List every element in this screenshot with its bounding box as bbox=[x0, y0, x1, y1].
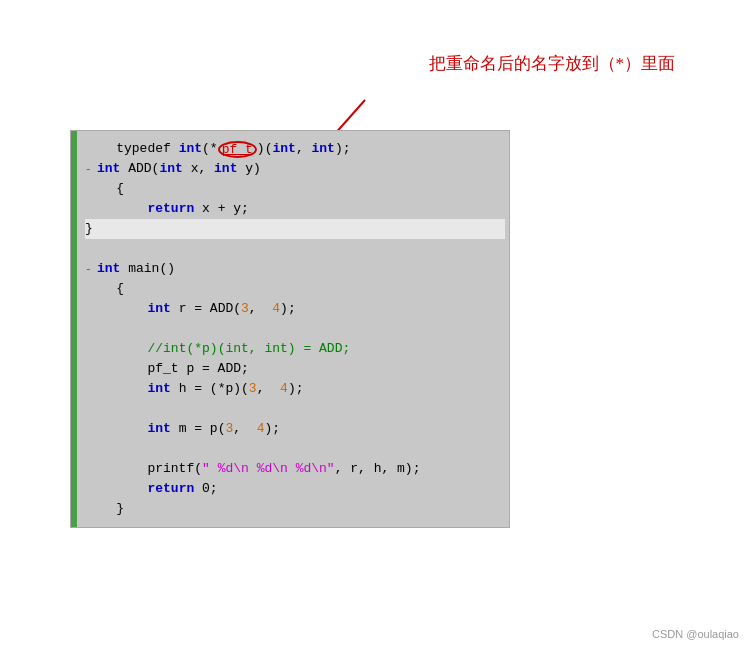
code-line-typedef: typedef int(*pf_t)(int, int); bbox=[85, 139, 505, 159]
code-line-gap1 bbox=[85, 239, 505, 259]
code-line-int-r: int r = ADD(3, 4); bbox=[85, 299, 505, 319]
code-line-main-decl: -int main() bbox=[85, 259, 505, 279]
code-line-gap4 bbox=[85, 439, 505, 459]
code-line-open-brace1: { bbox=[85, 179, 505, 199]
code-line-return0: return 0; bbox=[85, 479, 505, 499]
code-line-close-brace2: } bbox=[85, 499, 505, 519]
code-line-open-brace2: { bbox=[85, 279, 505, 299]
code-line-int-m: int m = p(3, 4); bbox=[85, 419, 505, 439]
code-line-comment: //int(*p)(int, int) = ADD; bbox=[85, 339, 505, 359]
code-line-gap3 bbox=[85, 399, 505, 419]
watermark: CSDN @oulaqiao bbox=[652, 628, 739, 640]
code-line-pf_t: pf_t p = ADD; bbox=[85, 359, 505, 379]
code-editor: typedef int(*pf_t)(int, int); -int ADD(i… bbox=[70, 130, 510, 528]
code-line-int-h: int h = (*p)(3, 4); bbox=[85, 379, 505, 399]
code-line-gap2 bbox=[85, 319, 505, 339]
annotation-label: 把重命名后的名字放到（*）里面 bbox=[429, 52, 676, 75]
code-line-close-brace1: } bbox=[85, 219, 505, 239]
pf_t-highlight: pf_t bbox=[218, 141, 257, 158]
code-line-printf: printf(" %d\n %d\n %d\n", r, h, m); bbox=[85, 459, 505, 479]
code-line-add-decl: -int ADD(int x, int y) bbox=[85, 159, 505, 179]
code-content: typedef int(*pf_t)(int, int); -int ADD(i… bbox=[77, 131, 509, 527]
code-line-return-xy: return x + y; bbox=[85, 199, 505, 219]
green-sidebar bbox=[71, 131, 77, 527]
